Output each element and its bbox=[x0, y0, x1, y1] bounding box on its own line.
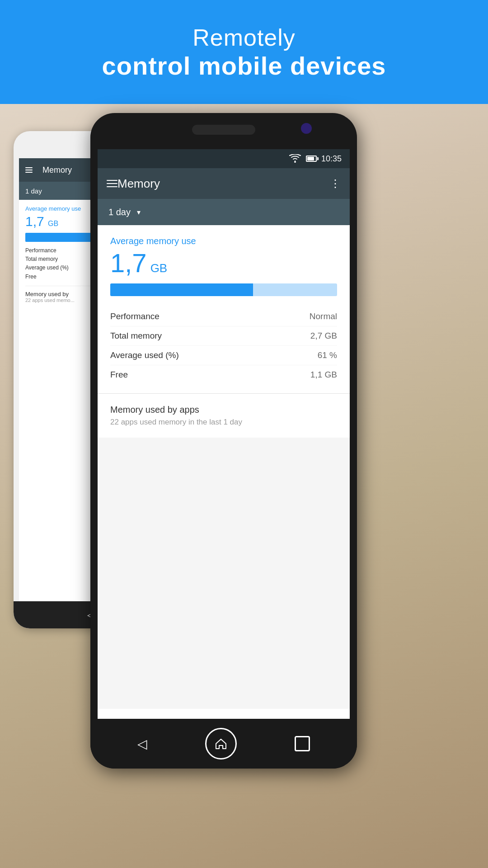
top-banner: Remotely control mobile devices bbox=[0, 0, 488, 104]
svg-point-0 bbox=[294, 161, 296, 163]
nav-back-button[interactable]: ◁ bbox=[137, 736, 147, 751]
banner-line2: control mobile devices bbox=[102, 51, 386, 80]
home-icon bbox=[214, 737, 228, 750]
dropdown-arrow-icon: ▾ bbox=[137, 208, 141, 217]
phone-camera bbox=[301, 123, 312, 134]
memory-value-unit: GB bbox=[150, 261, 168, 275]
stat-row-performance: Performance Normal bbox=[110, 307, 337, 326]
stat-value-performance: Normal bbox=[310, 311, 337, 321]
phone-nav-bar: ◁ bbox=[90, 719, 357, 769]
battery-icon bbox=[306, 156, 317, 162]
nav-recent-button[interactable] bbox=[295, 736, 310, 751]
stat-row-avg-used: Average used (%) 61 % bbox=[110, 346, 337, 365]
memory-value-row: 1,7 GB bbox=[110, 250, 337, 276]
wifi-icon bbox=[289, 154, 301, 163]
overflow-menu-icon[interactable]: ⋮ bbox=[330, 177, 341, 190]
status-bar: 10:35 bbox=[98, 149, 350, 168]
phone-main: 10:35 Memory ⋮ 1 day ▾ Average memory us… bbox=[90, 113, 357, 769]
stat-label-total-memory: Total memory bbox=[110, 331, 162, 341]
banner-line1: Remotely bbox=[192, 24, 296, 51]
toolbar-title: Memory bbox=[117, 177, 330, 191]
empty-content-area bbox=[98, 438, 350, 709]
memory-value-number: 1,7 bbox=[110, 250, 147, 276]
app-toolbar: Memory ⋮ bbox=[98, 168, 350, 199]
phone-bg-day: 1 day bbox=[25, 187, 42, 195]
stat-row-free: Free 1,1 GB bbox=[110, 365, 337, 384]
status-time: 10:35 bbox=[321, 154, 342, 164]
day-selector-text: 1 day bbox=[108, 207, 131, 217]
stat-label-avg-used: Average used (%) bbox=[110, 350, 179, 360]
hamburger-menu-icon[interactable] bbox=[107, 180, 117, 187]
apps-section: Memory used by apps 22 apps used memory … bbox=[98, 394, 350, 438]
nav-home-button[interactable] bbox=[205, 728, 237, 760]
stat-value-total-memory: 2,7 GB bbox=[310, 331, 337, 341]
stat-value-free: 1,1 GB bbox=[310, 370, 337, 380]
memory-progress-bar bbox=[110, 283, 337, 296]
phone-screen: 10:35 Memory ⋮ 1 day ▾ Average memory us… bbox=[98, 149, 350, 719]
memory-progress-fill bbox=[110, 283, 253, 296]
main-content: Average memory use 1,7 GB Performance No… bbox=[98, 225, 350, 709]
stat-label-free: Free bbox=[110, 370, 128, 380]
stats-table: Performance Normal Total memory 2,7 GB A… bbox=[110, 307, 337, 384]
apps-section-subtitle: 22 apps used memory in the last 1 day bbox=[110, 418, 337, 427]
apps-section-title: Memory used by apps bbox=[110, 405, 337, 415]
stat-label-performance: Performance bbox=[110, 311, 160, 321]
stat-value-avg-used: 61 % bbox=[318, 350, 337, 360]
memory-section: Average memory use 1,7 GB Performance No… bbox=[98, 225, 350, 394]
avg-memory-label: Average memory use bbox=[110, 236, 337, 246]
phone-speaker bbox=[192, 125, 255, 135]
day-selector[interactable]: 1 day ▾ bbox=[98, 199, 350, 225]
phone-bg-title: Memory bbox=[42, 165, 72, 175]
stat-row-total-memory: Total memory 2,7 GB bbox=[110, 326, 337, 346]
